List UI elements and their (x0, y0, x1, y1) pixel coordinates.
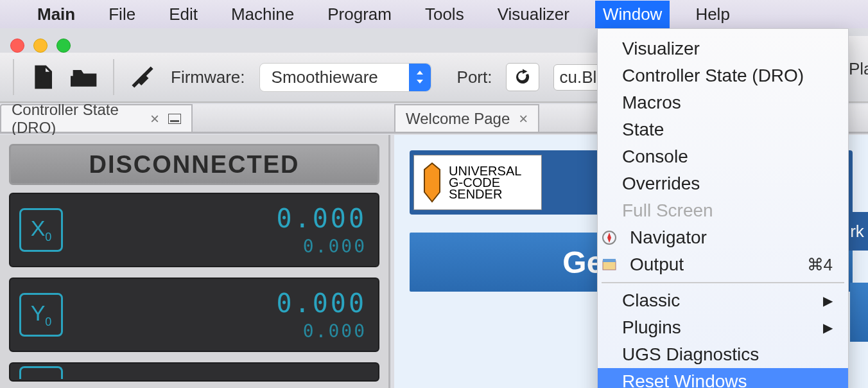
ugs-logo: UNIVERSAL G-CODE SENDER (413, 155, 542, 210)
axis-x-zero-button[interactable]: X0 (19, 208, 63, 252)
menu-divider (602, 282, 844, 283)
svg-point-0 (38, 77, 42, 82)
menu-main[interactable]: Main (30, 1, 83, 28)
shortcut-label: ⌘4 (807, 255, 833, 275)
submenu-arrow-icon: ▶ (823, 293, 833, 308)
tab-label: Welcome Page (406, 110, 510, 128)
menu-item-fullscreen: Full Screen (598, 197, 848, 224)
menu-item-reset-windows[interactable]: Reset Windows (598, 368, 848, 388)
firmware-value: Smoothieware (272, 67, 378, 87)
svg-rect-1 (168, 114, 181, 124)
macos-menubar: Main File Edit Machine Program Tools Vis… (0, 0, 868, 28)
menu-item-navigator[interactable]: Navigator (598, 224, 848, 251)
truncated-side-button[interactable]: rk (846, 212, 868, 251)
menu-item-classic[interactable]: Classic▶ (598, 287, 848, 314)
menu-visualizer[interactable]: Visualizer (490, 1, 577, 28)
menu-item-ugs-diagnostics[interactable]: UGS Diagnostics (598, 341, 848, 368)
connect-icon[interactable] (128, 63, 157, 91)
axis-z-row-partial[interactable] (9, 362, 379, 382)
axis-x-machine: 0.000 (277, 236, 367, 257)
axis-x-row[interactable]: X0 0.000 0.000 (9, 193, 379, 267)
connection-status: DISCONNECTED (9, 144, 379, 185)
close-icon[interactable]: × (150, 110, 159, 128)
menu-item-controller-state[interactable]: Controller State (DRO) (598, 62, 848, 89)
toolbar-separator (113, 59, 114, 95)
menu-item-visualizer[interactable]: Visualizer (598, 35, 848, 62)
logo-text: SENDER (449, 188, 521, 200)
open-folder-icon[interactable] (71, 63, 99, 91)
zoom-window-icon[interactable] (56, 39, 71, 53)
tab-welcome[interactable]: Welcome Page × (394, 104, 539, 132)
menu-edit[interactable]: Edit (161, 1, 205, 28)
menu-tools[interactable]: Tools (417, 1, 472, 28)
menu-machine[interactable]: Machine (223, 1, 302, 28)
toolbar-separator (13, 59, 14, 95)
menu-window[interactable]: Window (595, 1, 670, 28)
minimize-panel-icon[interactable] (168, 110, 181, 128)
svg-rect-5 (603, 259, 616, 262)
minimize-window-icon[interactable] (33, 39, 48, 53)
new-file-icon[interactable] (28, 63, 56, 91)
axis-y-row[interactable]: Y0 0.000 0.000 (9, 278, 379, 352)
menu-item-macros[interactable]: Macros (598, 89, 848, 116)
axis-y-machine: 0.000 (277, 321, 367, 342)
close-window-icon[interactable] (10, 39, 24, 53)
menu-item-output[interactable]: Output ⌘4 (598, 251, 848, 278)
close-icon[interactable]: × (519, 110, 528, 128)
svg-rect-4 (603, 261, 616, 270)
axis-y-work: 0.000 (277, 288, 367, 318)
submenu-arrow-icon: ▶ (823, 320, 833, 335)
menu-item-state[interactable]: State (598, 116, 848, 143)
axis-y-zero-button[interactable]: Y0 (19, 293, 63, 337)
firmware-label: Firmware: (171, 67, 245, 87)
truncated-band (850, 283, 868, 342)
tab-label: Controller State (DRO) (12, 101, 141, 137)
output-icon (600, 256, 618, 274)
menu-file[interactable]: File (101, 1, 143, 28)
menu-item-overrides[interactable]: Overrides (598, 170, 848, 197)
svg-rect-2 (170, 120, 179, 122)
menu-help[interactable]: Help (688, 1, 737, 28)
window-menu-dropdown: Visualizer Controller State (DRO) Macros… (597, 28, 849, 388)
axis-z-zero-button[interactable] (19, 366, 63, 379)
port-refresh-button[interactable] (506, 63, 539, 91)
menu-item-console[interactable]: Console (598, 143, 848, 170)
select-stepper-icon[interactable] (409, 64, 431, 91)
firmware-select[interactable]: Smoothieware (259, 63, 431, 92)
menu-item-plugins[interactable]: Plugins▶ (598, 314, 848, 341)
tab-controller-state[interactable]: Controller State (DRO) × (0, 104, 193, 132)
port-label: Port: (457, 67, 492, 87)
menu-program[interactable]: Program (320, 1, 399, 28)
axis-x-work: 0.000 (277, 204, 367, 233)
compass-icon (600, 229, 618, 247)
dro-panel: DISCONNECTED X0 0.000 0.000 Y0 0.000 0.0… (0, 135, 390, 388)
